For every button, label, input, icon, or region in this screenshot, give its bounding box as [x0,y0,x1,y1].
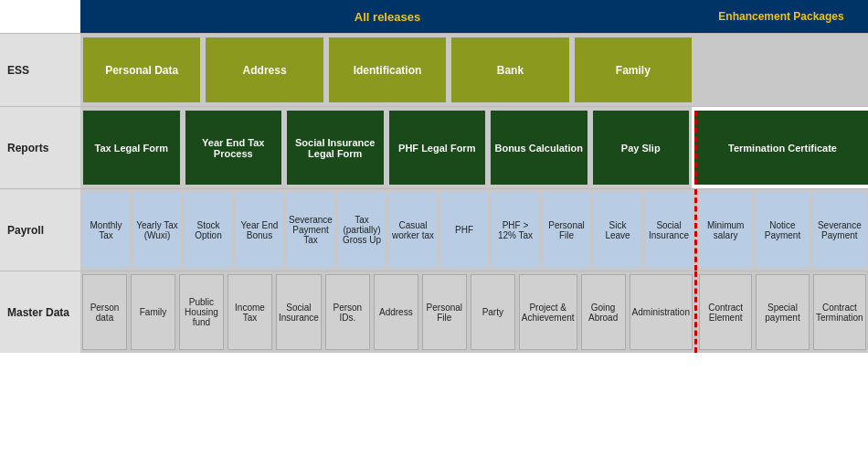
master-cell-contract-element: Contract Element [699,274,752,350]
payroll-cell-notice-payment: Notice Payment [756,192,809,268]
payroll-cell-monthly-tax: Monthly Tax [82,192,130,268]
payroll-cell-year-end-bonus: Year End Bonus [236,192,283,268]
payroll-row: Payroll Monthly Tax Yearly Tax (Wuxi) St… [0,188,868,271]
payroll-cell-yearly-tax: Yearly Tax (Wuxi) [133,192,181,268]
reports-cell-social-insurance: Social Insurance Legal Form [287,111,384,185]
payroll-cell-personal-file: Personal File [543,192,590,268]
payroll-cell-severance-tax: Severance Payment Tax [287,192,334,268]
ess-cells: Personal Data Address Identification Ban… [80,34,694,106]
main-grid: All releases Enhancement Packages ESS Pe… [0,0,868,353]
master-cell-social-insurance: Social Insurance [276,274,322,350]
master-cell-contract-termination: Contract Termination [813,274,866,350]
ess-cell-bank: Bank [451,37,568,102]
master-cell-public-housing: Public Housing fund [179,274,224,350]
ess-cell-personal-data: Personal Data [83,37,200,102]
payroll-cell-min-salary: Minimum salary [699,192,752,268]
reports-cell-payslip: Pay Slip [593,111,690,185]
payroll-content: Monthly Tax Yearly Tax (Wuxi) Stock Opti… [80,189,868,271]
header-row: All releases Enhancement Packages [0,0,868,33]
masterdata-content: Person data Family Public Housing fund I… [80,271,868,353]
header-all-releases: All releases [80,0,694,33]
ess-row: ESS Personal Data Address Identification… [0,33,868,106]
header-spacer [0,0,80,33]
payroll-right: Minimum salary Notice Payment Severance … [694,189,868,271]
payroll-cell-phf12: PHF > 12% Tax [492,192,539,268]
payroll-cell-tax-gross: Tax (partially) Gross Up [338,192,386,268]
reports-cell-year-end-tax: Year End Tax Process [185,111,282,185]
reports-cells: Tax Legal Form Year End Tax Process Soci… [80,107,692,188]
header-enhancement: Enhancement Packages [694,0,868,33]
reports-cell-bonus: Bonus Calculation [491,111,587,185]
reports-cell-phf-legal: PHF Legal Form [389,111,486,185]
master-cell-special-payment: Special payment [756,274,809,350]
payroll-label: Payroll [0,189,80,271]
masterdata-cells: Person data Family Public Housing fund I… [80,271,694,353]
master-cell-family: Family [131,274,175,350]
ess-cell-family: Family [575,37,692,102]
payroll-cell-sick-leave: Sick Leave [594,192,641,268]
reports-label: Reports [0,107,80,188]
ess-content: Personal Data Address Identification Ban… [80,34,868,106]
master-cell-party: Party [471,274,515,350]
master-cell-administration: Administration [630,274,693,350]
masterdata-row: Master Data Person data Family Public Ho… [0,271,868,353]
ess-label: ESS [0,34,80,106]
payroll-cell-severance-payment: Severance Payment [813,192,866,268]
payroll-cells: Monthly Tax Yearly Tax (Wuxi) Stock Opti… [80,189,694,271]
master-cell-going-abroad: Going Abroad [581,274,626,350]
master-cell-project: Project & Achievement [519,274,577,350]
reports-row: Reports Tax Legal Form Year End Tax Proc… [0,106,868,188]
master-cell-person-ids: Person IDs. [325,274,370,350]
payroll-cell-stock-option: Stock Option [185,192,232,268]
master-cell-income-tax: Income Tax [228,274,272,350]
ess-right [694,34,868,106]
ess-cell-identification: Identification [329,37,446,102]
master-cell-person-data: Person data [82,274,127,350]
masterdata-label: Master Data [0,271,80,353]
master-cell-personal-file: Personal File [422,274,467,350]
ess-cell-address: Address [206,37,323,102]
reports-content: Tax Legal Form Year End Tax Process Soci… [80,107,868,188]
reports-cell-tax-legal: Tax Legal Form [83,111,180,185]
payroll-cell-casual-worker: Casual worker tax [389,192,437,268]
master-cell-address: Address [374,274,418,350]
payroll-cell-phf: PHF [440,192,488,268]
payroll-cell-social-insurance: Social Insurance [645,192,693,268]
reports-cell-termination: Termination Certificate [694,111,868,185]
masterdata-right: Contract Element Special payment Contrac… [694,271,868,353]
